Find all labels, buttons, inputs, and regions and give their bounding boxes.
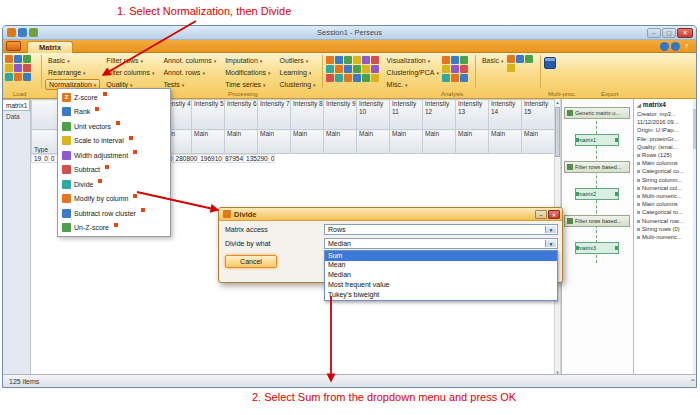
info-line[interactable]: Categorical ro... [637, 208, 692, 216]
multiproc-button-basic[interactable]: Basic▾ [479, 55, 507, 66]
menu-item-un-z-score[interactable]: Un-Z-score [58, 221, 170, 236]
column-header[interactable]: Intensity 8 [291, 100, 324, 130]
ribbon-button-rearrange[interactable]: Rearrange▾ [45, 67, 100, 78]
workflow-node-matrix1[interactable]: matrix1 [575, 134, 619, 146]
column-header[interactable]: Intensity 13 [456, 100, 489, 130]
menu-item-rank[interactable]: Rank [58, 105, 170, 120]
analysis-icon[interactable] [460, 65, 468, 73]
analysis-icon[interactable] [371, 56, 379, 64]
ribbon-button-annot-rows[interactable]: Annot. rows▾ [160, 67, 219, 78]
workflow-node-filter-rows-based[interactable]: Filter rows based... [564, 215, 630, 227]
menu-item-unit-vectors[interactable]: Unit vectors [58, 119, 170, 134]
column-header[interactable]: Intensity 14 [489, 100, 522, 130]
ribbon-button-filter-rows[interactable]: Filter rows▾ [103, 55, 157, 66]
ribbon-button-filter-columns[interactable]: Filter columns▾ [103, 67, 157, 78]
ribbon-button-misc[interactable]: Misc.▾ [384, 79, 442, 90]
workflow-node-generic-matrix-u[interactable]: Generic matrix u... [564, 107, 630, 119]
info-icon[interactable] [671, 42, 680, 51]
dialog-close-button[interactable]: ✕ [548, 210, 560, 219]
ribbon-button-annot-columns[interactable]: Annot. columns▾ [160, 55, 219, 66]
load-icon[interactable] [23, 55, 31, 63]
scroll-up-icon[interactable]: ▲ [555, 100, 560, 105]
analysis-icon[interactable] [362, 65, 370, 73]
info-line[interactable]: String rows (0) [637, 225, 692, 233]
maximize-button[interactable]: ▢ [662, 28, 676, 38]
info-line[interactable]: String column... [637, 176, 692, 184]
option-mean[interactable]: Mean [325, 261, 557, 271]
side-tab-data[interactable]: Data [3, 111, 30, 123]
analysis-icon[interactable] [362, 74, 370, 82]
load-icon[interactable] [14, 73, 22, 81]
cancel-button[interactable]: Cancel [225, 255, 277, 268]
analysis-icon[interactable] [326, 74, 334, 82]
info-line[interactable]: Multi-numeric... [637, 233, 692, 241]
info-line[interactable]: Categorical co... [637, 167, 692, 175]
info-line[interactable]: Rows (125) [637, 151, 692, 159]
option-sum[interactable]: Sum [325, 251, 557, 261]
tab-matrix[interactable]: Matrix [27, 41, 73, 53]
analysis-icon[interactable] [362, 56, 370, 64]
column-header[interactable]: Intensity 10 [357, 100, 390, 130]
load-icon[interactable] [23, 64, 31, 72]
help-icon[interactable]: ? [682, 42, 691, 51]
ribbon-button-outliers[interactable]: Outliers▾ [277, 55, 319, 66]
multiproc-icon[interactable] [507, 55, 515, 63]
close-button[interactable]: ✕ [677, 28, 693, 38]
analysis-icon[interactable] [335, 74, 343, 82]
analysis-icon[interactable] [353, 74, 361, 82]
scrollbar-thumb[interactable] [693, 109, 697, 149]
dialog-minimize-button[interactable]: – [535, 210, 547, 219]
menu-item-z-score[interactable]: ZZ-score [58, 90, 170, 105]
load-icon[interactable] [5, 55, 13, 63]
multiproc-icon[interactable] [516, 55, 524, 63]
analysis-icon[interactable] [335, 56, 343, 64]
info-line[interactable]: Main columns [637, 200, 692, 208]
resize-grip[interactable]: ▪▪▪ [691, 377, 694, 383]
analysis-icon[interactable] [371, 65, 379, 73]
analysis-icon[interactable] [451, 74, 459, 82]
column-header[interactable]: Intensity 11 [390, 100, 423, 130]
analysis-icon[interactable] [442, 65, 450, 73]
minimize-button[interactable]: – [647, 28, 661, 38]
save-icon[interactable] [544, 57, 556, 69]
cell[interactable]: 87954 [222, 155, 243, 163]
cell[interactable]: 0 [48, 155, 55, 163]
cell[interactable]: 0 [268, 155, 275, 163]
row-number[interactable]: 19 [32, 155, 42, 163]
ribbon-button-time-series[interactable]: Time series▾ [222, 79, 273, 90]
menu-item-modify-by-column[interactable]: Modify by column [58, 192, 170, 207]
info-line[interactable]: Numerical row... [637, 217, 692, 225]
multiproc-icon[interactable] [507, 64, 515, 72]
analysis-icon[interactable] [326, 65, 334, 73]
side-tab-matrix1[interactable]: matrix1 [3, 99, 30, 111]
analysis-icon[interactable] [335, 65, 343, 73]
analysis-icon[interactable] [460, 56, 468, 64]
ribbon-button-basic[interactable]: Basic▾ [45, 55, 100, 66]
info-panel-scrollbar[interactable] [693, 99, 697, 376]
info-line[interactable]: Numerical col... [637, 184, 692, 192]
info-panel-title[interactable]: ◢matrix4 [637, 101, 692, 108]
analysis-icon[interactable] [326, 56, 334, 64]
load-icon[interactable] [5, 73, 13, 81]
info-line[interactable]: Multi-numeric... [637, 192, 692, 200]
menu-item-subtract-row-cluster[interactable]: Subtract row cluster [58, 206, 170, 221]
load-icon[interactable] [5, 64, 13, 72]
ribbon-button-learning[interactable]: Learning▾ [277, 67, 319, 78]
analysis-icon[interactable] [460, 74, 468, 82]
chevron-down-icon[interactable]: ▼ [545, 240, 556, 247]
workflow-node-matrix3[interactable]: matrix3 [575, 242, 619, 254]
menu-item-subtract[interactable]: Subtract [58, 163, 170, 178]
column-header[interactable]: Intensity 15 [522, 100, 555, 130]
load-icon[interactable] [14, 55, 22, 63]
load-icon[interactable] [23, 73, 31, 81]
column-header[interactable]: Intensity 9 [324, 100, 357, 130]
ribbon-button-clustering-pca[interactable]: Clustering/PCA▾ [384, 67, 442, 78]
ribbon-button-visualization[interactable]: Visualization▾ [384, 55, 442, 66]
workflow-node-matrix2[interactable]: matrix2 [575, 188, 619, 200]
column-header[interactable]: Intensity 12 [423, 100, 456, 130]
divide-by-what-select[interactable]: Median ▼ [324, 238, 558, 249]
ribbon-button-clustering[interactable]: Clustering▾ [277, 79, 319, 90]
cell[interactable]: 196910 [198, 155, 223, 163]
option-tukey-s-biweight[interactable]: Tukey's biweight [325, 290, 557, 300]
cell[interactable]: 135290 [244, 155, 269, 163]
